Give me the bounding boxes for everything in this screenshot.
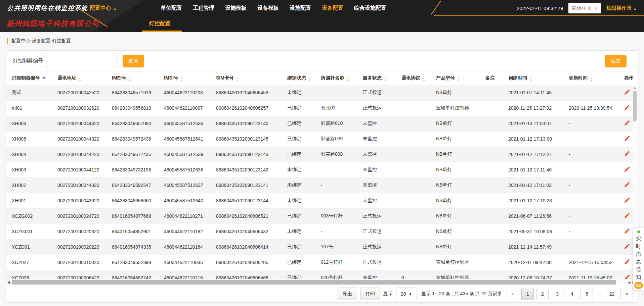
table-cell: XCZG001: [6, 224, 53, 239]
page-button[interactable]: 2: [536, 288, 549, 300]
edit-icon[interactable]: [624, 182, 630, 188]
horizontal-scroll-thumb[interactable]: [12, 280, 616, 285]
table-cell: [397, 255, 432, 270]
table-cell: 未监控: [359, 162, 397, 177]
column-header[interactable]: IMSI号: [160, 71, 212, 85]
table-cell: 未绑定: [283, 177, 317, 193]
table-cell: XCZG002: [6, 208, 53, 224]
table-cell: 宣城单灯控制器: [432, 255, 481, 270]
table-row: XH00200272001000440208642830495905474600…: [6, 177, 637, 193]
nav-item[interactable]: 综合设施配置: [354, 5, 386, 12]
prev-page-button[interactable]: <: [507, 288, 519, 300]
header-right: 2022-01-11 09:32:29 简体中文∨ 灿阳操作员▲: [517, 0, 637, 16]
table-cell: 89860435102090123144: [212, 193, 283, 208]
next-page-button[interactable]: >: [620, 288, 633, 300]
table-cell: 正式投运: [359, 239, 397, 255]
edit-icon[interactable]: [624, 228, 630, 234]
column-header[interactable]: 产品型号: [432, 71, 481, 85]
nav-item[interactable]: 单位配置: [161, 5, 182, 12]
column-header[interactable]: 创建时间: [504, 71, 565, 85]
caret-up-icon: ▲: [113, 7, 117, 10]
table-cell: 012号灯杆: [317, 255, 359, 270]
table-cell: [481, 239, 504, 255]
language-select[interactable]: 简体中文∨: [568, 3, 601, 13]
realtime-notification-widget[interactable]: 实时消息通知 13 ▶: [633, 227, 644, 291]
table-cell: NB单灯: [432, 224, 481, 239]
table-cell: 2021-01-12 17:10:23: [504, 193, 565, 208]
edit-icon[interactable]: [624, 274, 630, 279]
edit-icon[interactable]: [624, 151, 630, 157]
sort-icon: [79, 78, 81, 81]
page-button[interactable]: 5: [581, 288, 593, 300]
table-cell: 89860426102040606285: [212, 255, 283, 270]
controller-id-input[interactable]: [47, 55, 118, 67]
tab-light-control-config[interactable]: 灯控配置: [149, 16, 171, 32]
nav-item[interactable]: 工程管理: [193, 5, 214, 12]
scroll-left-icon[interactable]: ◀: [7, 279, 10, 285]
edit-icon[interactable]: [624, 136, 630, 141]
table-cell: 2021-01-12 17:12:21: [504, 147, 565, 162]
table-cell: 已绑定: [283, 208, 317, 224]
horizontal-scrollbar[interactable]: ◀ ▶: [6, 279, 638, 285]
table-cell: [397, 193, 432, 208]
column-header[interactable]: SIM卡号: [212, 71, 283, 85]
table-cell: 0027200100044220: [53, 147, 108, 162]
user-menu[interactable]: 灿阳操作员▲: [606, 5, 637, 11]
main-nav: 单位配置工程管理设施模板设备模板设施配置设备配置综合设施配置: [161, 0, 386, 16]
edit-icon[interactable]: [624, 244, 630, 249]
print-button[interactable]: 打印: [360, 288, 380, 300]
table-cell: [397, 224, 432, 239]
table-cell: 864283049571919: [108, 85, 160, 100]
config-center-menu[interactable]: 配置中心▲: [90, 0, 117, 16]
column-header[interactable]: 服务状态: [359, 71, 397, 85]
table-cell: 89860426102040606414: [212, 239, 283, 255]
query-button[interactable]: 查询: [123, 55, 144, 67]
column-header[interactable]: 所属杆名称: [317, 71, 359, 85]
nav-item[interactable]: 设备配置: [322, 5, 343, 12]
collapse-arrow-icon[interactable]: ▶: [629, 281, 631, 284]
breadcrumb-accent-bar: [7, 38, 8, 44]
search-toolbar: 灯控制器编号 查询 添加: [6, 51, 638, 71]
page-size-select[interactable]: 20▼: [396, 288, 417, 300]
table-cell: 460044622110203: [160, 85, 212, 100]
edit-icon[interactable]: [624, 166, 630, 172]
scroll-up-icon[interactable]: ▲: [633, 86, 637, 89]
column-header[interactable]: 灯控制器编号: [6, 71, 53, 85]
table-cell: 未监控: [359, 116, 397, 131]
edit-icon[interactable]: [624, 197, 630, 203]
table-cell: 正式投运: [359, 100, 397, 116]
table-footer: 导出 打印 显示 20▼ 显示 1 - 20 条 , 共 435 条 共 22 …: [6, 285, 638, 303]
column-header[interactable]: 通讯地址: [53, 71, 108, 85]
page-button[interactable]: 4: [566, 288, 578, 300]
edit-icon[interactable]: [624, 89, 630, 95]
vertical-scroll-thumb[interactable]: [633, 91, 637, 121]
table-cell: [481, 224, 504, 239]
table-row: XH00100272001000439208642830496566604600…: [6, 193, 637, 208]
search-label: 灯控制器编号: [13, 58, 43, 64]
column-header[interactable]: 绑定状态: [283, 71, 317, 85]
table-cell: mf01: [6, 100, 53, 116]
table-cell: XH002: [6, 177, 53, 193]
column-header[interactable]: IMEI号: [108, 71, 160, 85]
nav-item[interactable]: 设备模板: [257, 5, 279, 12]
table-cell: 0027200100006420: [53, 270, 108, 279]
table-cell: XCZD01: [6, 239, 53, 255]
edit-icon[interactable]: [624, 259, 630, 265]
column-header[interactable]: 通讯协议: [397, 71, 432, 85]
edit-icon[interactable]: [624, 120, 630, 126]
nav-item[interactable]: 设施模板: [225, 5, 247, 12]
breadcrumb-text: 配置中心-设备配置-灯控配置: [11, 38, 71, 44]
table-cell: XH005: [6, 131, 53, 147]
edit-icon[interactable]: [624, 105, 630, 110]
table-cell: 正式投运: [359, 208, 397, 224]
page-button[interactable]: 22: [606, 288, 618, 300]
column-header[interactable]: 更新时间: [565, 71, 620, 85]
table-cell: 未监控: [359, 270, 397, 279]
notify-text: 实时消息通知: [636, 235, 641, 281]
page-button[interactable]: 3: [551, 288, 563, 300]
edit-icon[interactable]: [624, 213, 630, 218]
export-button[interactable]: 导出: [338, 288, 357, 300]
add-button[interactable]: 添加: [605, 55, 627, 67]
page-button[interactable]: 1: [521, 288, 534, 300]
nav-item[interactable]: 设施配置: [290, 5, 311, 12]
